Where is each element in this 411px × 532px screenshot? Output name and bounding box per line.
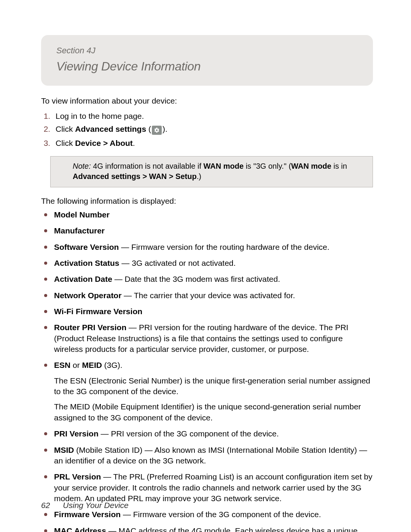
item-model-label: Model Number <box>54 210 110 219</box>
step-2-bold: Advanced settings <box>75 125 146 133</box>
following-text: The following information is displayed: <box>41 197 373 206</box>
step-2-paren-close: ). <box>162 125 167 133</box>
item-priver-desc: — PRI version of the 3G component of the… <box>99 429 279 438</box>
page-footer: 62Using Your Device <box>41 501 129 510</box>
item-actstatus-desc: — 3G activated or not activated. <box>119 259 236 267</box>
note-box: Note: 4G information is not available if… <box>50 156 373 187</box>
item-swver-label: Software Version <box>54 243 119 251</box>
item-msid: MSID (Mobile Station ID) — Also known as… <box>53 445 373 466</box>
section-label: Section 4J <box>56 46 358 56</box>
item-msid-desc: (Mobile Station ID) — Also known as IMSI… <box>54 446 367 465</box>
note-t1: 4G information is not available if <box>91 162 204 170</box>
note-b2: WAN mode <box>291 162 331 170</box>
note-t3: is in <box>331 162 347 170</box>
gear-icon <box>152 126 162 135</box>
step-3: Click Device > About. <box>53 139 373 148</box>
item-prlver-desc: — The PRL (Preferred Roaming List) is an… <box>54 472 373 503</box>
chapter-name: Using Your Device <box>63 501 128 510</box>
item-mac-label: MAC Address <box>54 526 106 532</box>
page-number: 62 <box>41 501 50 510</box>
item-mac-address: MAC Address — MAC address of the 4G modu… <box>53 526 373 532</box>
item-activation-date: Activation Date — Date that the 3G modem… <box>53 274 373 284</box>
note-t2: is "3G only." ( <box>244 162 291 170</box>
item-netop-label: Network Operator <box>54 291 121 300</box>
item-esn-p1: The ESN (Electronic Serial Number) is th… <box>54 375 373 397</box>
item-actdate-desc: — Date that the 3G modem was first activ… <box>112 275 280 283</box>
section-title: Viewing Device Information <box>56 59 358 73</box>
item-esn-label: ESN <box>54 361 70 369</box>
item-esn-or: or <box>70 361 82 369</box>
item-prl-version: PRL Version — The PRL (Preferred Roaming… <box>53 471 373 504</box>
step-2: Click Advanced settings (). <box>53 125 373 135</box>
item-model: Model Number <box>53 209 373 220</box>
item-fw3g-desc: — Firmware version of the 3G component o… <box>121 510 321 519</box>
item-actdate-label: Activation Date <box>54 275 112 283</box>
step-3-path: Device > About <box>75 139 133 147</box>
item-routerpri-label: Router PRI Version <box>54 323 126 332</box>
item-network-operator: Network Operator — The carrier that your… <box>53 290 373 301</box>
step-1: Log in to the home page. <box>53 112 373 121</box>
note-t4: .) <box>197 172 201 181</box>
step-3-prefix: Click <box>56 139 75 147</box>
item-manufacturer: Manufacturer <box>53 225 373 236</box>
item-activation-status: Activation Status — 3G activated or not … <box>53 258 373 268</box>
item-mfr-label: Manufacturer <box>54 226 105 235</box>
note-b1: WAN mode <box>204 162 244 170</box>
item-meid-label: MEID <box>82 361 102 369</box>
item-router-pri: Router PRI Version — PRI version for the… <box>53 322 373 355</box>
item-fw3g-label: Firmware Version <box>54 510 121 519</box>
item-wififw-label: Wi-Fi Firmware Version <box>54 307 142 316</box>
note-b3: Advanced settings > WAN > Setup <box>73 172 197 181</box>
step-1-text: Log in to the home page. <box>56 112 144 120</box>
item-swver-desc: — Firmware version for the routing hardw… <box>119 243 329 251</box>
item-wifi-firmware: Wi-Fi Firmware Version <box>53 306 373 317</box>
item-netop-desc: — The carrier that your device was activ… <box>121 291 295 300</box>
step-3-suffix: . <box>133 139 135 147</box>
item-pri-version: PRI Version — PRI version of the 3G comp… <box>53 428 373 439</box>
item-prlver-label: PRL Version <box>54 472 101 481</box>
section-header: Section 4J Viewing Device Information <box>41 35 373 86</box>
note-label: Note: <box>73 162 91 170</box>
item-priver-label: PRI Version <box>54 429 99 438</box>
item-msid-label: MSID <box>54 446 74 454</box>
item-esn-meid: ESN or MEID (3G). The ESN (Electronic Se… <box>53 360 373 423</box>
info-list: Model Number Manufacturer Software Versi… <box>41 209 373 532</box>
item-esn-p2: The MEID (Mobile Equipment Identifier) i… <box>54 401 373 423</box>
item-actstatus-label: Activation Status <box>54 259 119 267</box>
intro-text: To view information about your device: <box>41 96 373 105</box>
steps-list: Log in to the home page. Click Advanced … <box>41 112 373 148</box>
step-2-paren-open: ( <box>146 125 151 133</box>
item-firmware-3g: Firmware Version — Firmware version of t… <box>53 509 373 520</box>
item-software-version: Software Version — Firmware version for … <box>53 242 373 252</box>
item-esn-suffix: (3G). <box>102 361 123 369</box>
step-2-prefix: Click <box>56 125 75 133</box>
